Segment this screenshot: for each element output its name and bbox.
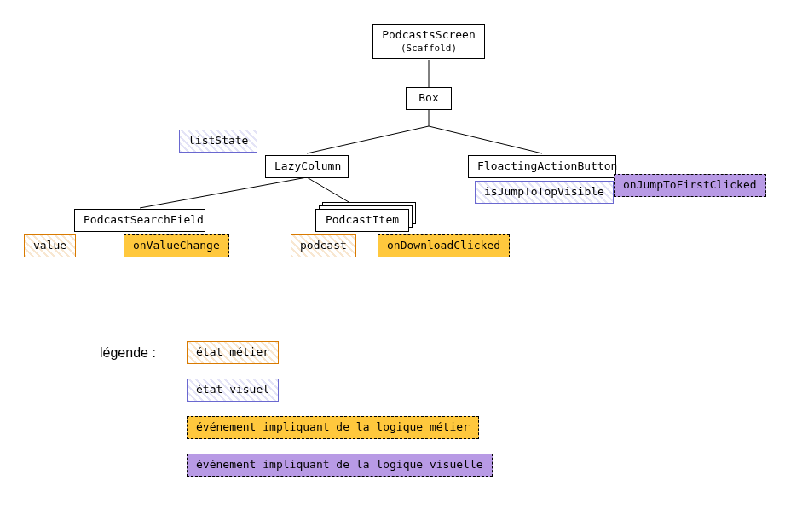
node-podcastitem: PodcastItem [315, 209, 409, 232]
node-fab: FloactingActionButton [468, 155, 616, 178]
tag-isjumptotopvisible: isJumpToTopVisible [475, 181, 614, 204]
tag-value: value [24, 234, 76, 257]
node-box: Box [406, 87, 452, 110]
node-subtitle: (Scaffold) [382, 43, 476, 55]
tag-onvaluechange: onValueChange [124, 234, 229, 257]
tag-liststate: listState [179, 130, 257, 153]
node-podcasts-screen: PodcastsScreen (Scaffold) [372, 24, 485, 59]
tag-ondownloadclicked: onDownloadClicked [378, 234, 510, 257]
connectors [0, 0, 808, 532]
node-lazycolumn: LazyColumn [265, 155, 349, 178]
node-searchfield: PodcastSearchField [74, 209, 205, 232]
legend-ev-metier: événement impliquant de la logique métie… [187, 416, 479, 439]
legend-etat-visuel: état visuel [187, 379, 279, 402]
node-title: PodcastsScreen [382, 28, 476, 43]
tag-podcast: podcast [291, 234, 356, 257]
legend-ev-visuel: événement impliquant de la logique visue… [187, 454, 493, 477]
legend-label: légende : [100, 345, 156, 361]
svg-line-3 [429, 126, 542, 153]
svg-line-4 [140, 177, 307, 208]
tag-onjumptofirstclicked: onJumpToFirstClicked [614, 174, 766, 197]
svg-line-2 [307, 126, 429, 153]
legend-etat-metier: état métier [187, 341, 279, 364]
